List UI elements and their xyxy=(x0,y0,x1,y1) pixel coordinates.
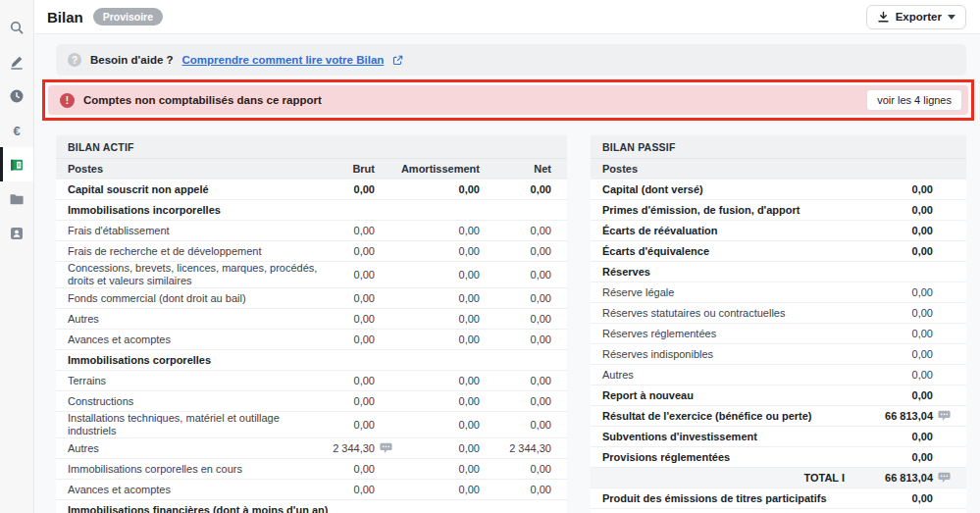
table-row[interactable]: Avances et acomptes0,000,000,00 xyxy=(56,479,567,499)
row-label: Immobilisations corporelles en cours xyxy=(68,463,331,476)
cell-value: 0,00 xyxy=(858,183,933,196)
table-row[interactable]: Écarts d'équivalence0,00 xyxy=(591,240,966,261)
cell-value: 0,00 xyxy=(858,245,933,258)
main-area: Bilan Provisoire Exporter ? Besoin d'aid… xyxy=(34,0,980,513)
cell-net: 0,00 xyxy=(480,313,551,326)
export-button[interactable]: Exporter xyxy=(866,5,966,29)
row-label: Constructions xyxy=(68,395,331,408)
table-row[interactable]: Écarts de réévaluation0,00 xyxy=(591,220,966,240)
table-row[interactable]: Capital souscrit non appelé0,000,000,00 xyxy=(56,179,567,199)
cell-amortissement: 0,00 xyxy=(396,245,480,258)
svg-text:€: € xyxy=(13,123,20,137)
table-row[interactable]: Autres2 344,300,002 344,30 xyxy=(56,437,567,458)
row-label: Résultat de l'exercice (bénéfice ou pert… xyxy=(602,410,858,423)
sidebar-item-documents[interactable] xyxy=(0,181,33,216)
table-row[interactable]: Produit des émissions de titres particip… xyxy=(591,487,966,508)
sidebar-item-search[interactable] xyxy=(0,10,33,44)
cell-brut: 0,00 xyxy=(331,183,375,196)
table-row[interactable]: Réserves xyxy=(591,261,966,282)
table-row[interactable]: Immobilisations financières (dont à moin… xyxy=(56,499,567,513)
table-row[interactable]: Constructions0,000,000,00 xyxy=(56,390,567,411)
cell-amortissement: 0,00 xyxy=(396,484,480,496)
row-label: Capital souscrit non appelé xyxy=(68,183,331,196)
help-text: Besoin d'aide ? xyxy=(90,54,174,66)
comment-icon[interactable] xyxy=(938,410,951,422)
row-label: Frais d'établissement xyxy=(68,225,331,237)
table-row[interactable]: Concessions, brevets, licences, marques,… xyxy=(56,261,567,287)
table-row[interactable]: Report à nouveau0,00 xyxy=(591,385,966,405)
table-row[interactable]: Provisions réglementées0,00 xyxy=(591,446,966,467)
table-row[interactable]: Installations techniques, matériel et ou… xyxy=(56,411,567,437)
row-label: Provisions réglementées xyxy=(602,451,858,464)
table-row[interactable]: Immobilisations corporelles en cours0,00… xyxy=(56,458,567,479)
view-lines-button[interactable]: voir les 4 lignes xyxy=(866,89,962,111)
row-label: Subventions d'investissement xyxy=(602,431,858,443)
table-row[interactable]: Réserves réglementées0,00 xyxy=(591,323,966,343)
cell-net: 0,00 xyxy=(480,269,551,282)
row-label: Primes d'émission, de fusion, d'apport xyxy=(602,204,858,217)
row-label: Avances et acomptes xyxy=(68,484,331,496)
sidebar-item-reports[interactable] xyxy=(0,147,33,181)
cell-amortissement: 0,00 xyxy=(396,183,480,196)
table-row[interactable]: Frais de recherche et de développement0,… xyxy=(56,240,567,261)
cell-net: 0,00 xyxy=(480,183,551,196)
bilan-actif-table: BILAN ACTIFPostesBrutAmortissementNetCap… xyxy=(56,135,567,513)
table-row[interactable]: Immobilisations incorporelles xyxy=(56,199,567,220)
row-label: Capital (dont versé) xyxy=(602,183,858,196)
table-row[interactable]: TOTAL I66 813,04 xyxy=(591,467,966,487)
table-title: BILAN PASSIF xyxy=(591,135,966,159)
contacts-icon xyxy=(9,226,25,241)
comment-cell xyxy=(933,410,954,422)
row-label: Avances et acomptes xyxy=(68,333,331,346)
table-row[interactable]: Fonds commercial (dont droit au bail)0,0… xyxy=(56,287,567,308)
table-row[interactable]: Immobilisations corporelles xyxy=(56,349,567,370)
cell-net: 0,00 xyxy=(480,292,551,305)
row-label: Fonds commercial (dont droit au bail) xyxy=(68,292,331,305)
table-row[interactable]: Avances et acomptes0,000,000,00 xyxy=(56,329,567,349)
pencil-icon xyxy=(9,54,25,70)
section-label: Immobilisations financières (dont à moin… xyxy=(68,504,551,513)
table-row[interactable]: Primes d'émission, de fusion, d'apport0,… xyxy=(591,199,966,220)
euro-icon: € xyxy=(9,123,25,138)
cell-brut: 0,00 xyxy=(331,484,375,496)
table-row[interactable]: Frais d'établissement0,000,000,00 xyxy=(56,220,567,240)
comment-icon[interactable] xyxy=(380,442,392,454)
table-row[interactable]: Réserve légale0,00 xyxy=(591,282,966,302)
column-header: Amortissement xyxy=(396,163,480,176)
table-row[interactable]: Autres0,00 xyxy=(591,364,966,385)
table-row[interactable]: Réserves indisponibles0,00 xyxy=(591,343,966,364)
table-row[interactable]: Avances conditionnées0,00 xyxy=(591,508,966,513)
cell-brut: 0,00 xyxy=(331,395,375,408)
table-row[interactable]: Capital (dont versé)0,00 xyxy=(591,179,966,199)
comment-icon[interactable] xyxy=(938,472,951,484)
cell-value: 0,00 xyxy=(858,328,933,340)
row-label: Produit des émissions de titres particip… xyxy=(602,492,858,505)
table-row[interactable]: Autres0,000,000,00 xyxy=(56,308,567,329)
cell-net: 0,00 xyxy=(480,484,551,496)
question-icon: ? xyxy=(68,53,81,67)
sidebar-item-edit[interactable] xyxy=(0,44,33,78)
page-title: Bilan xyxy=(47,9,83,26)
total-label: TOTAL I xyxy=(602,472,858,485)
cell-brut: 0,00 xyxy=(331,419,375,432)
row-label: Concessions, brevets, licences, marques,… xyxy=(68,262,331,287)
sidebar-item-banking[interactable]: € xyxy=(0,113,33,147)
cell-brut: 0,00 xyxy=(331,269,375,282)
sidebar-item-contacts[interactable] xyxy=(0,216,33,250)
section-label: Immobilisations corporelles xyxy=(68,354,551,367)
column-header: Postes xyxy=(68,163,331,176)
table-row[interactable]: Résultat de l'exercice (bénéfice ou pert… xyxy=(591,405,966,426)
app-window: € Bilan Provisoire Exporter ? Besoin d'a… xyxy=(0,0,980,513)
table-row[interactable]: Subventions d'investissement0,00 xyxy=(591,426,966,446)
table-row[interactable]: Terrains0,000,000,00 xyxy=(56,370,567,390)
content: ? Besoin d'aide ? Comprendre comment lir… xyxy=(34,34,980,513)
cell-net: 0,00 xyxy=(480,463,551,476)
history-icon xyxy=(9,88,25,104)
cell-amortissement: 0,00 xyxy=(396,292,480,305)
row-label: Frais de recherche et de développement xyxy=(68,245,331,258)
cell-value: 0,00 xyxy=(858,348,933,361)
download-icon xyxy=(877,11,890,24)
table-row[interactable]: Réserves statutaires ou contractuelles0,… xyxy=(591,302,966,323)
sidebar-item-history[interactable] xyxy=(0,78,33,113)
help-link[interactable]: Comprendre comment lire votre Bilan xyxy=(182,54,385,66)
